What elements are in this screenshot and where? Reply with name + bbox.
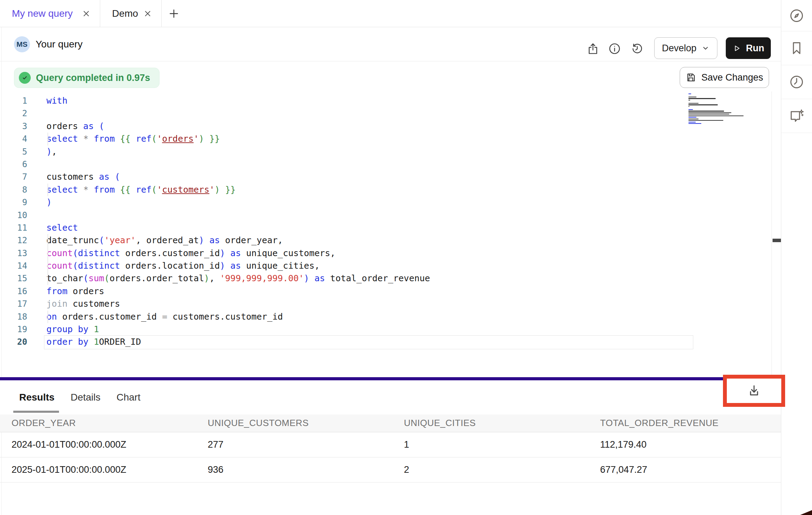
- tab-demo[interactable]: Demo: [100, 0, 162, 27]
- chevron-down-icon: [701, 44, 710, 52]
- column-header: UNIQUE_CITIES: [392, 415, 589, 432]
- code-line-13[interactable]: count(distinct orders.customer_id) as un…: [46, 247, 739, 260]
- line-number: 9: [0, 196, 27, 209]
- code-line-12[interactable]: date_trunc('year', ordered_at) as order_…: [46, 234, 739, 247]
- line-number: 13: [0, 247, 27, 260]
- line-number: 5: [0, 145, 27, 158]
- code-line-3[interactable]: orders as (: [46, 120, 739, 133]
- new-tab-button[interactable]: [162, 0, 186, 27]
- panel-resize-divider[interactable]: [0, 377, 781, 380]
- table-cell: 1: [392, 432, 589, 457]
- line-number: 18: [0, 311, 27, 323]
- code-line-6[interactable]: [46, 158, 739, 171]
- active-tab-underline: [13, 411, 59, 413]
- share-icon: [586, 42, 599, 55]
- download-results-button[interactable]: [747, 384, 761, 398]
- sidebar-item-explore[interactable]: [781, 0, 812, 31]
- code-line-2[interactable]: [46, 107, 739, 120]
- code-line-8[interactable]: select * from {{ ref('customers') }}: [46, 184, 739, 196]
- compass-icon: [789, 8, 804, 23]
- status-message: Query completed in 0.97s: [36, 73, 150, 83]
- table-cell: 936: [196, 457, 392, 482]
- column-header: UNIQUE_CUSTOMERS: [196, 415, 392, 432]
- editor-scrollbar[interactable]: [772, 91, 781, 377]
- chat-sparkles-icon: [789, 108, 804, 124]
- query-status-badge: Query completed in 0.97s: [14, 68, 160, 88]
- share-button[interactable]: [586, 38, 599, 59]
- tab-details[interactable]: Details: [71, 392, 101, 403]
- tab-results[interactable]: Results: [19, 392, 54, 403]
- sidebar-item-ai-assistant[interactable]: [781, 99, 812, 133]
- tab-chart[interactable]: Chart: [117, 392, 140, 403]
- info-button[interactable]: [608, 38, 621, 59]
- query-editor-app: My new query Demo MS Your query Develop: [0, 0, 812, 515]
- sql-editor[interactable]: 1234567891011121314151617181920 withorde…: [0, 91, 781, 377]
- code-line-4[interactable]: select * from {{ ref('orders') }}: [46, 133, 739, 145]
- code-line-10[interactable]: [46, 209, 739, 222]
- line-number: 1: [0, 95, 27, 107]
- table-header-row: ORDER_YEARUNIQUE_CUSTOMERSUNIQUE_CITIEST…: [0, 415, 781, 432]
- code-line-9[interactable]: ): [46, 196, 739, 209]
- code-line-19[interactable]: group by 1: [46, 323, 739, 336]
- line-number: 15: [0, 272, 27, 285]
- code-line-16[interactable]: from orders: [46, 285, 739, 298]
- line-number: 2: [0, 107, 27, 120]
- run-label: Run: [746, 43, 764, 54]
- success-check-icon: [19, 72, 31, 84]
- code-line-14[interactable]: count(distinct orders.location_id) as un…: [46, 260, 739, 272]
- save-label: Save Changes: [701, 72, 763, 83]
- line-number: 7: [0, 171, 27, 183]
- code-lines[interactable]: withorders as (select * from {{ ref('ord…: [46, 95, 739, 349]
- close-icon[interactable]: [143, 9, 152, 18]
- minimap-line: [688, 119, 699, 119]
- results-table: ORDER_YEARUNIQUE_CUSTOMERSUNIQUE_CITIEST…: [0, 415, 781, 483]
- close-icon[interactable]: [82, 9, 91, 18]
- code-line-15[interactable]: to_char(sum(orders.order_total), '999,99…: [46, 272, 739, 285]
- avatar[interactable]: MS: [14, 36, 30, 52]
- minimap-line: [688, 98, 716, 99]
- line-number: 17: [0, 298, 27, 310]
- line-number: 4: [0, 133, 27, 145]
- save-changes-button[interactable]: Save Changes: [680, 67, 769, 88]
- minimap-line: [688, 117, 696, 118]
- code-line-5[interactable]: ),: [46, 145, 739, 158]
- develop-dropdown[interactable]: Develop: [654, 37, 717, 59]
- table-body: 2024-01-01T00:00:00.000Z2771112,179.4020…: [0, 432, 781, 482]
- code-line-1[interactable]: with: [46, 95, 739, 107]
- sidebar-item-bookmarks[interactable]: [781, 31, 812, 65]
- run-button[interactable]: Run: [726, 37, 771, 59]
- minimap-line: [688, 100, 690, 100]
- column-header: ORDER_YEAR: [0, 415, 196, 432]
- line-number: 10: [0, 209, 27, 222]
- sidebar-item-history[interactable]: [781, 65, 812, 99]
- code-line-20[interactable]: order by 1ORDER_ID: [46, 336, 739, 348]
- line-number: 19: [0, 323, 27, 336]
- minimap[interactable]: [688, 94, 746, 125]
- code-line-18[interactable]: on orders.customer_id = customers.custom…: [46, 311, 739, 323]
- table-row: 2025-01-01T00:00:00.000Z9362677,047.27: [0, 457, 781, 482]
- tab-my-new-query[interactable]: My new query: [0, 0, 100, 27]
- line-number: 3: [0, 120, 27, 133]
- minimap-line: [688, 120, 723, 121]
- table-cell: 112,179.40: [589, 432, 781, 457]
- play-icon: [732, 44, 741, 53]
- scrollbar-thumb[interactable]: [773, 239, 781, 242]
- code-line-11[interactable]: select: [46, 222, 739, 234]
- minimap-line: [688, 115, 744, 116]
- minimap-line: [688, 94, 691, 94]
- minimap-line: [688, 104, 718, 105]
- bookmark-icon: [789, 40, 804, 56]
- code-line-17[interactable]: join customers: [46, 298, 739, 310]
- code-line-7[interactable]: customers as (: [46, 171, 739, 183]
- line-number: 6: [0, 158, 27, 171]
- minimap-line: [688, 123, 701, 124]
- minimap-line: [688, 112, 731, 113]
- history-button[interactable]: [630, 38, 644, 59]
- table-cell: 677,047.27: [589, 457, 781, 482]
- right-sidebar: [781, 0, 812, 515]
- minimap-line: [688, 111, 724, 111]
- download-icon: [747, 384, 761, 398]
- save-icon: [686, 72, 696, 83]
- version-history-icon: [631, 42, 644, 55]
- column-header: TOTAL_ORDER_REVENUE: [589, 415, 781, 432]
